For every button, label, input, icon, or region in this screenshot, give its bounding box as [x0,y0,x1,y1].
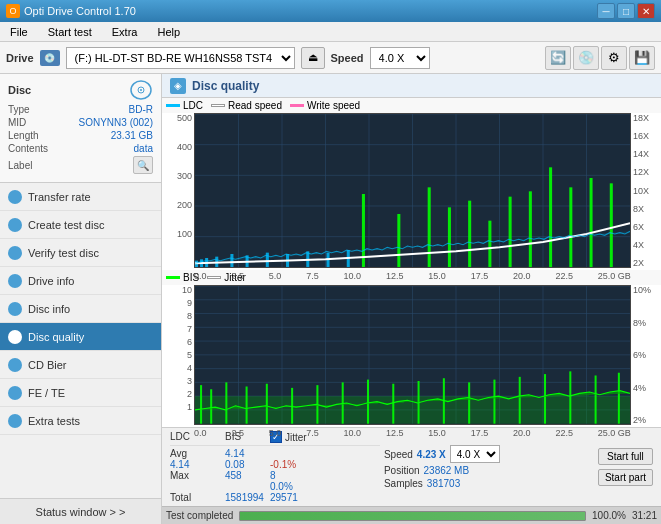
nav-circle-icon [8,190,22,204]
nav-circle-icon [8,274,22,288]
mid-value: SONYNN3 (002) [79,117,153,128]
nav-verify-test-disc[interactable]: Verify test disc [0,239,161,267]
ldc-color [166,104,180,107]
speed-position-area: Speed 4.23 X 4.0 X Position 23862 MB Sam… [384,445,594,489]
read-speed-color [211,104,225,107]
maximize-button[interactable]: □ [617,3,635,19]
svg-rect-29 [397,214,400,267]
chart1-y-axis: 500 400 300 200 100 0 [166,113,194,268]
total-bis-val: 29571 [270,492,350,503]
disc-title: Disc [8,84,31,96]
nav-label: CD Bier [28,359,67,371]
menu-extra[interactable]: Extra [106,24,144,40]
nav-extra-tests[interactable]: Extra tests [0,407,161,435]
speed-select[interactable]: 4.0 X [370,47,430,69]
minimize-button[interactable]: ─ [597,3,615,19]
nav-fe-te[interactable]: FE / TE [0,379,161,407]
total-label: Total [170,492,225,503]
eject-button[interactable]: ⏏ [301,47,325,69]
nav-transfer-rate[interactable]: Transfer rate [0,183,161,211]
max-jitter-val: 0.0% [270,481,350,492]
svg-rect-33 [488,221,491,268]
nav-disc-info[interactable]: Disc info [0,295,161,323]
status-window-button[interactable]: Status window > > [0,498,161,524]
svg-rect-76 [569,372,571,424]
start-part-button[interactable]: Start part [598,469,653,486]
titlebar-title-area: O Opti Drive Control 1.70 [6,4,136,18]
position-value: 23862 MB [424,465,470,476]
chart2-svg [194,285,631,425]
nav-create-test-disc[interactable]: Create test disc [0,211,161,239]
chart1-legend: LDC Read speed Write speed [162,98,661,113]
nav-label: Disc info [28,303,70,315]
svg-rect-68 [367,380,369,424]
speed-stat-value: 4.23 X [417,449,446,460]
svg-rect-32 [468,201,471,268]
svg-rect-75 [544,374,546,424]
save-button[interactable]: 💾 [629,46,655,70]
chart2-svg-container: 0.02.55.07.510.012.515.017.520.022.525.0… [194,285,631,425]
total-row: Total 1581994 29571 [170,492,380,503]
label-key: Label [8,160,32,171]
start-full-button[interactable]: Start full [598,448,653,465]
app-icon: O [6,4,20,18]
svg-rect-65 [291,388,293,424]
nav-disc-quality[interactable]: Disc quality [0,323,161,351]
disc-label-row: Label 🔍 [8,156,153,174]
length-value: 23.31 GB [111,130,153,141]
max-row: Max 458 8 [170,470,380,481]
avg-jitter-val: -0.1% [270,459,350,470]
nav-label-active: Disc quality [28,331,84,343]
nav-cd-bier[interactable]: CD Bier [0,351,161,379]
max-jitter-row: 0.0% [170,481,380,492]
contents-value: data [134,143,153,154]
main-layout: Disc Type BD-R MID SONYNN3 (002) Length [0,74,661,524]
svg-rect-74 [519,377,521,424]
svg-rect-78 [618,373,620,424]
chart2-wrapper: BIS Jitter 10 9 8 7 6 5 [162,270,661,427]
chart1-area: 500 400 300 200 100 0 [162,113,661,270]
nav-label: Create test disc [28,219,104,231]
disc-type-row: Type BD-R [8,104,153,115]
close-button[interactable]: ✕ [637,3,655,19]
type-value: BD-R [129,104,153,115]
disc-button[interactable]: 💿 [573,46,599,70]
disc-panel-icon [129,80,153,100]
menu-help[interactable]: Help [151,24,186,40]
menu-start-test[interactable]: Start test [42,24,98,40]
label-button[interactable]: 🔍 [133,156,153,174]
svg-rect-77 [595,376,597,424]
nav-drive-info[interactable]: Drive info [0,267,161,295]
chart2-x-labels: 0.02.55.07.510.012.515.017.520.022.525.0… [194,428,631,438]
settings-button[interactable]: ⚙ [601,46,627,70]
stats-columns: LDC BIS ✓ Jitter Avg 4.14 4.14 [170,431,380,503]
disc-header: Disc [8,80,153,100]
disc-mid-row: MID SONYNN3 (002) [8,117,153,128]
menu-file[interactable]: File [4,24,34,40]
svg-rect-63 [246,387,248,424]
refresh-button[interactable]: 🔄 [545,46,571,70]
progress-fill [240,512,585,520]
ldc-label: LDC [183,100,203,111]
legend-ldc: LDC [166,100,203,111]
nav-items: Transfer rate Create test disc Verify te… [0,183,161,498]
total-ldc-val: 1581994 [225,492,270,503]
app-title: Opti Drive Control 1.70 [24,5,136,17]
write-speed-label: Write speed [307,100,360,111]
svg-rect-60 [200,385,202,424]
content-area: ◈ Disc quality LDC Read speed [162,74,661,524]
progress-time: 31:21 [632,510,657,521]
disc-quality-header: ◈ Disc quality [162,74,661,98]
progress-track [239,511,586,521]
drive-select[interactable]: (F:) HL-DT-ST BD-RE WH16NS58 TST4 [66,47,295,69]
nav-circle-icon [8,414,22,428]
samples-value: 381703 [427,478,460,489]
stats-area: LDC BIS ✓ Jitter Avg 4.14 4.14 [162,427,661,506]
write-speed-color [290,104,304,107]
speed-row: Speed 4.23 X 4.0 X [384,445,594,463]
nav-label: Transfer rate [28,191,91,203]
legend-write-speed: Write speed [290,100,360,111]
max-bis-val: 8 [270,470,350,481]
speed-stat-select[interactable]: 4.0 X [450,445,500,463]
svg-rect-62 [225,383,227,424]
